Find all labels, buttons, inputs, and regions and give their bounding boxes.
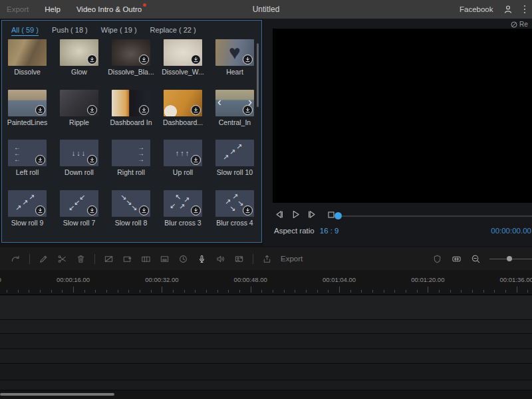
- transition-item[interactable]: Dissolve_Bla...: [112, 39, 150, 90]
- toolbar-divider: [94, 254, 95, 264]
- tab-push[interactable]: Push ( 18 ): [52, 26, 88, 36]
- transition-label: Dissolve_Bla...: [106, 68, 156, 76]
- transition-thumbnail: [8, 39, 47, 66]
- delete-trash-icon[interactable]: [76, 254, 86, 264]
- download-icon: [87, 55, 97, 65]
- export-button-label[interactable]: Export: [281, 255, 303, 263]
- play-button[interactable]: [290, 209, 301, 220]
- audio-effects-icon[interactable]: [215, 254, 225, 264]
- panel-vertical-scrollbar[interactable]: [257, 43, 259, 107]
- ruler-tick: [162, 287, 162, 293]
- previous-frame-button[interactable]: [273, 209, 285, 220]
- diagonal-arrow-icon: ↗: [229, 148, 235, 156]
- fit-timeline-icon[interactable]: [451, 254, 462, 264]
- transition-label: Down roll: [55, 168, 104, 176]
- timeline-tracks[interactable]: [0, 295, 532, 393]
- remove-watermark[interactable]: Re: [511, 21, 528, 28]
- ruler-tick: [7, 290, 7, 293]
- transition-item[interactable]: Dissolve: [8, 39, 47, 90]
- transition-item[interactable]: Ripple: [60, 90, 98, 140]
- ruler-tick: [29, 290, 29, 293]
- timeline-horizontal-scrollbar[interactable]: [0, 393, 114, 396]
- redo-icon[interactable]: [11, 254, 21, 264]
- microphone-icon[interactable]: [197, 254, 207, 264]
- right-arrows-icon: →→→: [112, 140, 150, 166]
- next-frame-button[interactable]: [307, 209, 318, 220]
- transition-thumbnail: [8, 90, 47, 116]
- seek-handle[interactable]: [334, 212, 342, 219]
- ruler-tick: [428, 287, 428, 293]
- transition-item[interactable]: ↙↙↙Slow roll 7: [60, 190, 98, 241]
- transitions-panel: All ( 59 )Push ( 18 )Wipe ( 19 )Replace …: [1, 20, 262, 243]
- transition-item[interactable]: Glow: [60, 39, 98, 90]
- tab-replace[interactable]: Replace ( 22 ): [150, 26, 196, 36]
- ruler-tick: [439, 290, 440, 293]
- download-icon: [139, 55, 149, 65]
- transition-item[interactable]: ↘↘↘Slow roll 8: [112, 190, 150, 241]
- transition-item[interactable]: ↖↗↙↗Blur cross 3: [164, 190, 202, 241]
- transition-item[interactable]: PaintedLines: [8, 90, 47, 140]
- track-row: [0, 380, 532, 390]
- transition-item[interactable]: Dashboard...: [164, 90, 202, 140]
- transition-item[interactable]: ↗↘↗↘Blur cross 4: [215, 190, 254, 241]
- transition-item[interactable]: ↗↗↗Slow roll 10: [215, 140, 254, 190]
- aspect-ratio-value[interactable]: 16 : 9: [320, 227, 339, 235]
- add-media-icon[interactable]: [122, 254, 132, 264]
- transition-thumbnail: [112, 90, 150, 116]
- menubar: ExportHelpVideo Intro & Outro Untitled F…: [0, 0, 532, 19]
- window-title: Untitled: [0, 5, 532, 14]
- diagonal-arrow-icon: ↗: [22, 199, 28, 206]
- playback-controls: [273, 209, 336, 220]
- export-share-icon[interactable]: [262, 254, 272, 264]
- tab-all[interactable]: All ( 59 ): [11, 26, 39, 36]
- transition-thumbnail: ♥: [215, 39, 254, 66]
- aspect-ratio-row: Aspect ratio16 : 9: [274, 227, 339, 235]
- transition-item[interactable]: Dashboard In: [112, 90, 150, 140]
- transition-label: Dashboard...: [158, 118, 207, 126]
- ruler-tick: [306, 290, 307, 293]
- transition-thumbnail: ↘↘↘: [112, 190, 150, 217]
- transition-thumbnail: ↑↑↑: [164, 140, 202, 166]
- download-icon: [139, 205, 149, 215]
- shield-icon[interactable]: [432, 254, 442, 264]
- zoom-out-icon[interactable]: [471, 254, 481, 264]
- diagonal-arrow-icon: ↘: [237, 200, 243, 207]
- transition-item[interactable]: ↓↓↓Down roll: [60, 140, 98, 190]
- transition-item[interactable]: ↑↑↑Up roll: [164, 140, 202, 190]
- timeline-ruler[interactable]: 00:00:00.0000:00:16.0000:00:32.0000:00:4…: [0, 270, 532, 295]
- diagonal-arrow-icon: ↗: [223, 154, 229, 161]
- transition-item[interactable]: →→→Right roll: [112, 140, 150, 190]
- diagonal-arrow-icon: ↘: [131, 204, 137, 211]
- transition-item[interactable]: ↗↗↗Slow roll 9: [8, 190, 47, 241]
- ruler-tick: [151, 290, 152, 293]
- ruler-tick: [295, 290, 295, 293]
- ruler-time-label: 00:01:04.00: [323, 276, 356, 283]
- toolbar-divider: [253, 254, 253, 264]
- transition-thumbnail: [164, 39, 202, 66]
- ruler-tick: [261, 290, 262, 293]
- zoom-slider-handle[interactable]: [507, 256, 512, 261]
- ruler-tick: [51, 290, 52, 293]
- split-scissors-icon[interactable]: [57, 254, 67, 264]
- filmstrip-icon[interactable]: [141, 254, 151, 264]
- duration-clock-icon[interactable]: [178, 254, 188, 264]
- webcam-record-icon[interactable]: [234, 254, 244, 264]
- transition-label: Left roll: [3, 168, 52, 176]
- ruler-tick: [394, 290, 395, 293]
- toolbar-divider: [29, 254, 30, 264]
- timeline-zoom-slider[interactable]: [489, 254, 532, 263]
- caption-icon[interactable]: [160, 254, 170, 264]
- transition-item[interactable]: ♥Heart: [215, 39, 254, 90]
- transition-item[interactable]: ←←←Left roll: [8, 140, 47, 190]
- transition-icon[interactable]: [104, 254, 114, 264]
- transition-tabs: All ( 59 )Push ( 18 )Wipe ( 19 )Replace …: [2, 21, 261, 36]
- transition-item[interactable]: Central_In: [215, 90, 254, 140]
- download-icon: [35, 155, 45, 165]
- edit-pencil-icon[interactable]: [39, 254, 49, 264]
- transition-item[interactable]: Dissolve_W...: [164, 39, 202, 90]
- track-row: [0, 364, 532, 380]
- transition-thumbnail: ↖↗↙↗: [164, 190, 202, 217]
- download-icon: [191, 155, 201, 165]
- seek-bar[interactable]: [338, 215, 532, 217]
- tab-wipe[interactable]: Wipe ( 19 ): [101, 26, 137, 36]
